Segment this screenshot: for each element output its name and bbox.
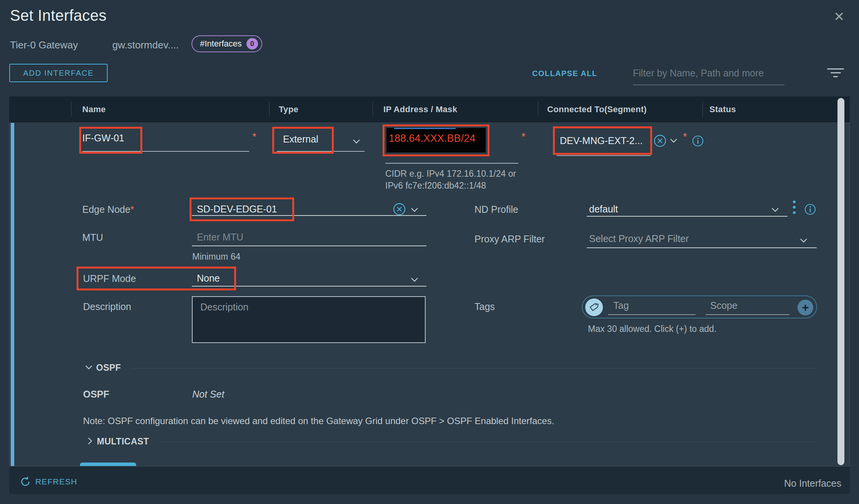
type-select-value[interactable]: External <box>283 134 318 145</box>
connected-to-chevron-down-icon[interactable] <box>670 138 678 143</box>
mtu-hint: Minimum 64 <box>192 251 240 263</box>
tag-icon <box>585 298 603 316</box>
interface-name-input[interactable] <box>82 133 198 144</box>
connected-to-info-icon[interactable] <box>692 135 704 147</box>
tags-label: Tags <box>474 301 495 312</box>
connected-to-underline <box>557 155 651 156</box>
description-field <box>192 296 426 343</box>
refresh-label: REFRESH <box>35 477 77 486</box>
nd-profile-info-icon[interactable] <box>804 204 816 215</box>
ospf-section-title[interactable]: OSPF <box>96 363 121 373</box>
column-divider <box>269 102 270 117</box>
table-header-row: Name Type IP Address / Mask Connected To… <box>9 96 850 122</box>
multicast-section-title[interactable]: MULTICAST <box>97 436 149 447</box>
column-divider <box>538 102 538 117</box>
ip-address-input[interactable] <box>389 133 483 144</box>
description-textarea[interactable] <box>193 297 425 342</box>
nd-profile-label: ND Profile <box>474 204 518 215</box>
name-required-marker: * <box>252 131 256 143</box>
nd-profile-menu-icon[interactable] <box>793 201 796 214</box>
vertical-scrollbar[interactable] <box>837 98 844 465</box>
tags-field: + <box>582 295 817 318</box>
ospf-section-divider <box>132 368 817 368</box>
table-footer <box>9 466 850 494</box>
filter-icon[interactable] <box>827 68 844 80</box>
mtu-underline <box>192 245 426 246</box>
proxy-arp-select-value[interactable]: Select Proxy ARP Filter <box>589 233 689 244</box>
scope-input[interactable] <box>710 300 783 311</box>
nd-profile-underline <box>587 216 787 217</box>
type-chevron-down-icon[interactable] <box>353 139 360 144</box>
interfaces-count-badge: 0 <box>246 38 258 50</box>
refresh-icon <box>20 476 31 487</box>
filter-field <box>633 65 784 85</box>
column-header-status: Status <box>709 96 736 122</box>
connected-to-value[interactable]: DEV-MNG-EXT-2... <box>560 135 643 146</box>
filter-input[interactable] <box>633 65 784 79</box>
ospf-section-chevron-down-icon[interactable] <box>85 365 93 370</box>
name-underline <box>82 151 249 152</box>
ip-address-field <box>386 128 486 153</box>
ip-underline <box>385 163 518 164</box>
ospf-note: Note: OSPF configuration can be viewed a… <box>83 416 554 426</box>
interfaces-pill-label: #Interfaces <box>200 39 242 49</box>
ospf-row-label: OSPF <box>83 389 109 400</box>
breadcrumb-gateway-name: gw.stormdev.... <box>112 39 179 51</box>
column-header-name: Name <box>82 96 106 122</box>
edge-node-value[interactable]: SD-DEV-EDGE-01 <box>197 204 277 215</box>
close-icon[interactable]: ✕ <box>834 10 845 23</box>
ip-required-marker: * <box>521 131 526 143</box>
tag-underline <box>608 314 696 315</box>
connected-to-clear-icon[interactable] <box>654 134 666 147</box>
expanded-row-indicator <box>11 123 14 466</box>
ip-selection-artifact <box>394 128 456 129</box>
type-underline <box>277 151 365 152</box>
nd-profile-chevron-down-icon[interactable] <box>771 207 779 212</box>
add-tag-button[interactable]: + <box>797 300 813 315</box>
column-header-ip: IP Address / Mask <box>383 96 457 122</box>
edge-node-chevron-down-icon[interactable] <box>411 207 418 212</box>
tags-hint: Max 30 allowed. Click (+) to add. <box>588 323 716 335</box>
multicast-section-divider <box>161 442 817 442</box>
footer-status-text: No Interfaces <box>784 478 841 489</box>
ospf-row-value: Not Set <box>192 389 224 400</box>
ip-cidr-hint-line2: IPv6 fc7e:f206:db42::1/48 <box>385 180 516 192</box>
column-divider <box>703 102 703 117</box>
save-button-partial[interactable] <box>80 463 136 466</box>
proxy-arp-chevron-down-icon[interactable] <box>800 238 807 243</box>
proxy-arp-label: Proxy ARP Filter <box>474 234 545 245</box>
scope-underline <box>706 314 789 315</box>
edge-node-clear-icon[interactable] <box>393 203 406 216</box>
description-label: Description <box>83 301 131 312</box>
edge-node-required-marker: * <box>130 204 134 215</box>
urpf-mode-label: URPF Mode <box>83 273 136 284</box>
nd-profile-value[interactable]: default <box>589 204 618 215</box>
column-divider <box>373 102 373 117</box>
ip-cidr-hint: CIDR e.g. IPv4 172.16.10.1/24 or IPv6 fc… <box>385 168 516 192</box>
column-divider <box>71 102 72 117</box>
interfaces-pill[interactable]: #Interfaces 0 <box>191 35 262 52</box>
column-header-connected: Connected To(Segment) <box>547 96 647 122</box>
column-header-type: Type <box>279 96 298 122</box>
tag-input[interactable] <box>613 300 694 311</box>
connected-to-required-marker: * <box>683 131 687 143</box>
edge-node-label: Edge Node* <box>82 204 134 215</box>
edge-node-underline <box>192 215 426 216</box>
page-title: Set Interfaces <box>10 7 107 24</box>
refresh-button[interactable]: REFRESH <box>20 476 77 487</box>
mtu-label: MTU <box>82 232 103 243</box>
add-interface-button[interactable]: ADD INTERFACE <box>9 64 108 82</box>
ip-cidr-hint-line1: CIDR e.g. IPv4 172.16.10.1/24 or <box>385 168 516 180</box>
urpf-mode-value[interactable]: None <box>197 273 220 284</box>
edge-node-label-text: Edge Node <box>82 204 130 215</box>
multicast-section-chevron-right-icon[interactable] <box>88 437 92 445</box>
breadcrumb-gateway-type: Tier-0 Gateway <box>10 39 78 51</box>
urpf-underline <box>192 286 426 287</box>
urpf-chevron-down-icon[interactable] <box>411 277 418 282</box>
proxy-arp-underline <box>587 247 817 248</box>
mtu-input[interactable] <box>197 232 351 243</box>
collapse-all-link[interactable]: COLLAPSE ALL <box>532 69 597 78</box>
